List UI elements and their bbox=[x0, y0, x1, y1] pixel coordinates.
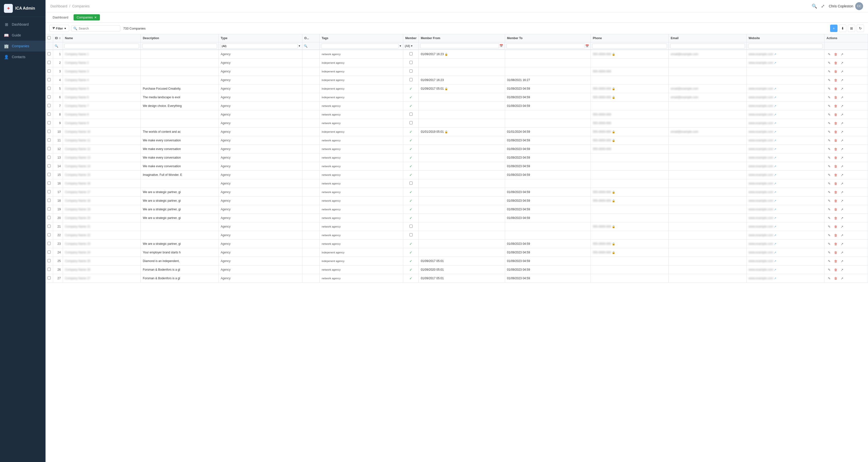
row-check-8[interactable] bbox=[45, 110, 53, 119]
website-link-icon-14[interactable]: ↗ bbox=[774, 165, 776, 168]
member-checkbox-16[interactable] bbox=[409, 181, 412, 185]
open-icon-21[interactable]: ↗ bbox=[839, 224, 845, 229]
row-name-23[interactable]: Company Name 23 bbox=[63, 240, 141, 248]
row-check-9[interactable] bbox=[45, 119, 53, 127]
open-icon-25[interactable]: ↗ bbox=[839, 258, 845, 264]
columns-button[interactable]: ⊞ bbox=[848, 25, 855, 32]
row-check-24[interactable] bbox=[45, 248, 53, 257]
open-icon-16[interactable]: ↗ bbox=[839, 181, 845, 186]
export-button[interactable]: ⬇ bbox=[839, 25, 846, 32]
delete-icon-19[interactable]: 🗑 bbox=[833, 207, 838, 212]
row-check-14[interactable] bbox=[45, 162, 53, 171]
sidebar-item-dashboard[interactable]: ⊞ Dashboard bbox=[0, 19, 45, 30]
row-name-20[interactable]: Company Name 20 bbox=[63, 214, 141, 222]
member-checkbox-21[interactable] bbox=[409, 225, 412, 228]
row-name-7[interactable]: Company Name 7 bbox=[63, 102, 141, 110]
delete-icon-10[interactable]: 🗑 bbox=[833, 129, 838, 135]
col-id[interactable]: ID ⬆ bbox=[53, 34, 63, 42]
edit-icon-1[interactable]: ✎ bbox=[827, 52, 832, 57]
edit-icon-12[interactable]: ✎ bbox=[827, 146, 832, 152]
website-link-icon-17[interactable]: ↗ bbox=[774, 191, 776, 194]
filter-member-from[interactable] bbox=[420, 44, 499, 48]
col-type[interactable]: Type bbox=[219, 34, 302, 42]
delete-icon-6[interactable]: 🗑 bbox=[833, 94, 838, 100]
refresh-button[interactable]: ↻ bbox=[857, 25, 864, 32]
row-name-4[interactable]: Company Name 4 bbox=[63, 76, 141, 84]
edit-icon-27[interactable]: ✎ bbox=[827, 276, 832, 281]
website-link-icon-9[interactable]: ↗ bbox=[774, 122, 776, 125]
edit-icon-18[interactable]: ✎ bbox=[827, 198, 832, 203]
open-icon-14[interactable]: ↗ bbox=[839, 164, 845, 169]
edit-icon-14[interactable]: ✎ bbox=[827, 164, 832, 169]
row-check-25[interactable] bbox=[45, 257, 53, 265]
sidebar-item-companies[interactable]: 🏢 Companies bbox=[0, 40, 45, 52]
row-check-7[interactable] bbox=[45, 102, 53, 110]
row-name-3[interactable]: Company Name 3 bbox=[63, 67, 141, 76]
filter-member-dropdown[interactable]: ▼ bbox=[410, 45, 413, 47]
delete-icon-16[interactable]: 🗑 bbox=[833, 181, 838, 186]
website-link-icon-22[interactable]: ↗ bbox=[774, 234, 776, 237]
add-company-button[interactable]: + bbox=[830, 25, 837, 32]
delete-icon-11[interactable]: 🗑 bbox=[833, 138, 838, 143]
edit-icon-26[interactable]: ✎ bbox=[827, 267, 832, 272]
open-icon-1[interactable]: ↗ bbox=[839, 52, 845, 57]
delete-icon-4[interactable]: 🗑 bbox=[833, 77, 838, 83]
filter-email[interactable] bbox=[670, 44, 745, 49]
website-link-icon-24[interactable]: ↗ bbox=[774, 251, 776, 254]
edit-icon-22[interactable]: ✎ bbox=[827, 232, 832, 238]
filter-member-to[interactable] bbox=[506, 44, 585, 49]
row-check-17[interactable] bbox=[45, 188, 53, 197]
delete-icon-17[interactable]: 🗑 bbox=[833, 190, 838, 195]
delete-icon-20[interactable]: 🗑 bbox=[833, 215, 838, 221]
row-name-16[interactable]: Company Name 16 bbox=[63, 179, 141, 188]
row-check-13[interactable] bbox=[45, 153, 53, 162]
row-name-25[interactable]: Company Name 25 bbox=[63, 257, 141, 265]
row-check-4[interactable] bbox=[45, 76, 53, 84]
edit-icon-9[interactable]: ✎ bbox=[827, 120, 832, 126]
row-check-20[interactable] bbox=[45, 214, 53, 222]
delete-icon-24[interactable]: 🗑 bbox=[833, 250, 838, 255]
delete-icon-9[interactable]: 🗑 bbox=[833, 120, 838, 126]
row-check-16[interactable] bbox=[45, 179, 53, 188]
delete-icon-21[interactable]: 🗑 bbox=[833, 224, 838, 229]
breadcrumb-companies[interactable]: Companies bbox=[72, 4, 90, 8]
filter-type[interactable] bbox=[220, 44, 298, 49]
website-link-icon-10[interactable]: ↗ bbox=[774, 130, 776, 133]
select-all-checkbox[interactable] bbox=[48, 36, 51, 39]
open-icon-7[interactable]: ↗ bbox=[839, 103, 845, 109]
row-name-11[interactable]: Company Name 11 bbox=[63, 136, 141, 145]
row-check-15[interactable] bbox=[45, 171, 53, 179]
row-name-8[interactable]: Company Name 8 bbox=[63, 110, 141, 119]
row-name-17[interactable]: Company Name 17 bbox=[63, 188, 141, 197]
open-icon-8[interactable]: ↗ bbox=[839, 112, 845, 117]
col-o[interactable]: O... bbox=[302, 34, 319, 42]
row-check-11[interactable] bbox=[45, 136, 53, 145]
delete-icon-22[interactable]: 🗑 bbox=[833, 232, 838, 238]
member-checkbox-22[interactable] bbox=[409, 233, 412, 236]
row-check-19[interactable] bbox=[45, 205, 53, 214]
delete-icon-12[interactable]: 🗑 bbox=[833, 146, 838, 152]
website-link-icon-5[interactable]: ↗ bbox=[774, 87, 776, 90]
open-icon-5[interactable]: ↗ bbox=[839, 86, 845, 91]
edit-icon-10[interactable]: ✎ bbox=[827, 129, 832, 135]
filter-member-to-calendar[interactable]: 📅 bbox=[585, 44, 589, 48]
filter-member-from-calendar[interactable]: 📅 bbox=[499, 44, 503, 48]
website-link-icon-1[interactable]: ↗ bbox=[774, 53, 776, 56]
delete-icon-8[interactable]: 🗑 bbox=[833, 112, 838, 117]
open-icon-17[interactable]: ↗ bbox=[839, 190, 845, 195]
edit-icon-11[interactable]: ✎ bbox=[827, 138, 832, 143]
website-link-icon-23[interactable]: ↗ bbox=[774, 242, 776, 245]
website-link-icon-26[interactable]: ↗ bbox=[774, 268, 776, 271]
delete-icon-2[interactable]: 🗑 bbox=[833, 60, 838, 65]
row-check-22[interactable] bbox=[45, 231, 53, 240]
member-checkbox-4[interactable] bbox=[409, 78, 412, 81]
expand-icon[interactable]: ⤢ bbox=[821, 3, 825, 9]
col-website[interactable]: Website bbox=[746, 34, 825, 42]
edit-icon-6[interactable]: ✎ bbox=[827, 94, 832, 100]
website-link-icon-7[interactable]: ↗ bbox=[774, 105, 776, 107]
row-name-26[interactable]: Company Name 26 bbox=[63, 265, 141, 274]
edit-icon-21[interactable]: ✎ bbox=[827, 224, 832, 229]
member-checkbox-8[interactable] bbox=[409, 113, 412, 116]
filter-tags-dropdown[interactable]: ▼ bbox=[399, 45, 402, 47]
edit-icon-20[interactable]: ✎ bbox=[827, 215, 832, 221]
